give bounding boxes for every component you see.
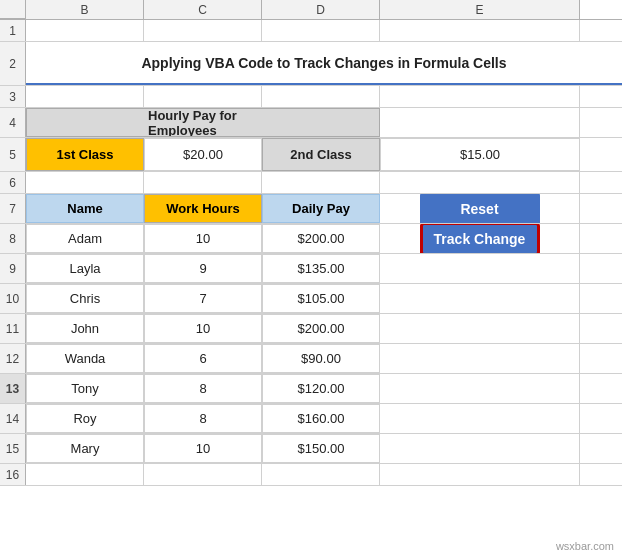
cell-14e[interactable] [380, 404, 580, 433]
cell-1c[interactable] [144, 20, 262, 41]
emp-pay-2[interactable]: $105.00 [262, 284, 380, 313]
emp-name-0[interactable]: Adam [26, 224, 144, 253]
row-15: 15 Mary 10 $150.00 [0, 434, 622, 464]
cell-3c[interactable] [144, 86, 262, 107]
emp-hours-3[interactable]: 10 [144, 314, 262, 343]
row-num-7: 7 [0, 194, 26, 223]
track-change-button[interactable]: Track Change [420, 224, 540, 253]
row-num-11: 11 [0, 314, 26, 343]
emp-pay-1[interactable]: $135.00 [262, 254, 380, 283]
emp-col2-header: Work Hours [144, 194, 262, 223]
emp-name-6[interactable]: Roy [26, 404, 144, 433]
emp-pay-4[interactable]: $90.00 [262, 344, 380, 373]
watermark: wsxbar.com [556, 540, 614, 552]
row-9: 9 Layla 9 $135.00 [0, 254, 622, 284]
cell-16c[interactable] [144, 464, 262, 485]
cell-4d[interactable] [262, 108, 380, 137]
class1-label[interactable]: 1st Class [26, 138, 144, 171]
header-spacer [0, 0, 26, 19]
cell-4b[interactable] [26, 108, 144, 137]
cell-13e[interactable] [380, 374, 580, 403]
row-num-15: 15 [0, 434, 26, 463]
column-headers: B C D E [0, 0, 622, 20]
cell-16e[interactable] [380, 464, 580, 485]
cell-6b[interactable] [26, 172, 144, 193]
row-5: 5 1st Class $20.00 2nd Class $15.00 [0, 138, 622, 172]
row-3: 3 [0, 86, 622, 108]
emp-name-1[interactable]: Layla [26, 254, 144, 283]
cell-6e[interactable] [380, 172, 580, 193]
emp-pay-5[interactable]: $120.00 [262, 374, 380, 403]
cell-3d[interactable] [262, 86, 380, 107]
row-num-13: 13 [0, 374, 26, 403]
cell-1d[interactable] [262, 20, 380, 41]
row-num-5: 5 [0, 138, 26, 171]
cell-16d[interactable] [262, 464, 380, 485]
row-7: 7 Name Work Hours Daily Pay Reset [0, 194, 622, 224]
emp-name-7[interactable]: Mary [26, 434, 144, 463]
row-num-3: 3 [0, 86, 26, 107]
page-title: Applying VBA Code to Track Changes in Fo… [26, 42, 622, 85]
emp-name-3[interactable]: John [26, 314, 144, 343]
emp-hours-0[interactable]: 10 [144, 224, 262, 253]
cell-6d[interactable] [262, 172, 380, 193]
emp-col3-header: Daily Pay [262, 194, 380, 223]
emp-pay-3[interactable]: $200.00 [262, 314, 380, 343]
row-num-2: 2 [0, 42, 26, 85]
row-num-12: 12 [0, 344, 26, 373]
emp-hours-5[interactable]: 8 [144, 374, 262, 403]
col-header-c: C [144, 0, 262, 19]
emp-hours-6[interactable]: 8 [144, 404, 262, 433]
emp-col1-header: Name [26, 194, 144, 223]
emp-hours-4[interactable]: 6 [144, 344, 262, 373]
cell-11e[interactable] [380, 314, 580, 343]
row-num-16: 16 [0, 464, 26, 485]
reset-button-cell: Reset [380, 194, 580, 223]
row-14: 14 Roy 8 $160.00 [0, 404, 622, 434]
cell-1b[interactable] [26, 20, 144, 41]
col-header-e: E [380, 0, 580, 19]
cell-12e[interactable] [380, 344, 580, 373]
row-num-10: 10 [0, 284, 26, 313]
col-header-b: B [26, 0, 144, 19]
emp-pay-7[interactable]: $150.00 [262, 434, 380, 463]
row-13: 13 Tony 8 $120.00 [0, 374, 622, 404]
cell-3e[interactable] [380, 86, 580, 107]
emp-hours-2[interactable]: 7 [144, 284, 262, 313]
row-4: 4 Hourly Pay for Employees [0, 108, 622, 138]
cell-10e[interactable] [380, 284, 580, 313]
cell-3b[interactable] [26, 86, 144, 107]
row-8: 8 Adam 10 $200.00 Track Change [0, 224, 622, 254]
emp-hours-1[interactable]: 9 [144, 254, 262, 283]
emp-hours-7[interactable]: 10 [144, 434, 262, 463]
class2-value[interactable]: $15.00 [380, 138, 580, 171]
cell-15e[interactable] [380, 434, 580, 463]
cell-1e[interactable] [380, 20, 580, 41]
row-1: 1 [0, 20, 622, 42]
cell-4e[interactable] [380, 108, 580, 137]
cell-6c[interactable] [144, 172, 262, 193]
row-num-14: 14 [0, 404, 26, 433]
emp-pay-0[interactable]: $200.00 [262, 224, 380, 253]
emp-name-2[interactable]: Chris [26, 284, 144, 313]
row-10: 10 Chris 7 $105.00 [0, 284, 622, 314]
track-button-cell: Track Change [380, 224, 580, 253]
reset-button[interactable]: Reset [420, 194, 540, 223]
cell-16b[interactable] [26, 464, 144, 485]
sheet-body: 1 2 Applying VBA Code to Track Changes i… [0, 20, 622, 558]
cell-9e[interactable] [380, 254, 580, 283]
emp-name-5[interactable]: Tony [26, 374, 144, 403]
class1-value[interactable]: $20.00 [144, 138, 262, 171]
hourly-pay-header: Hourly Pay for Employees [144, 108, 262, 137]
emp-pay-6[interactable]: $160.00 [262, 404, 380, 433]
row-11: 11 John 10 $200.00 [0, 314, 622, 344]
row-16: 16 [0, 464, 622, 486]
row-num-8: 8 [0, 224, 26, 253]
emp-name-4[interactable]: Wanda [26, 344, 144, 373]
row-6: 6 [0, 172, 622, 194]
class2-label[interactable]: 2nd Class [262, 138, 380, 171]
row-num-4: 4 [0, 108, 26, 137]
col-header-d: D [262, 0, 380, 19]
row-num-1: 1 [0, 20, 26, 41]
row-num-6: 6 [0, 172, 26, 193]
